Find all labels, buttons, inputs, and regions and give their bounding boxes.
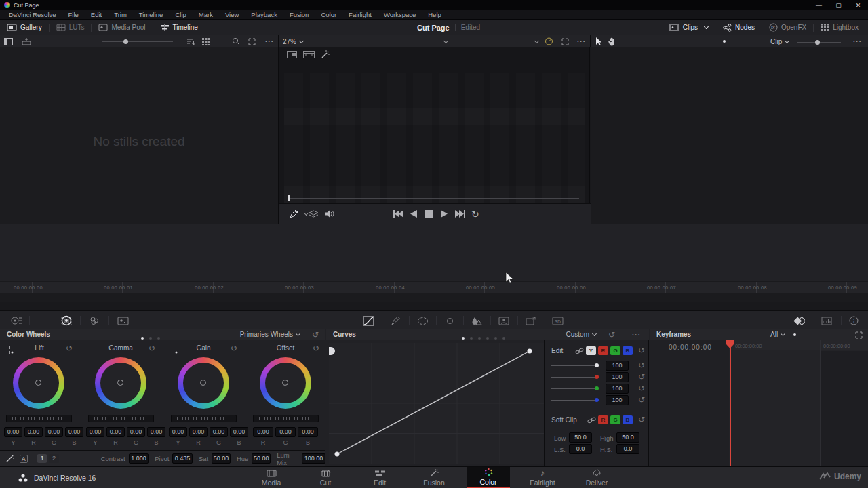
eyedropper-options-icon[interactable] xyxy=(304,211,309,216)
grab-still-eyedropper-icon[interactable] xyxy=(290,209,298,218)
menu-playback[interactable]: Playback xyxy=(245,11,283,18)
sat-value[interactable]: 50.00 xyxy=(212,453,231,464)
gain-g-value[interactable]: 0.00 xyxy=(210,427,228,437)
luts-toggle-button[interactable]: LUTs xyxy=(50,20,92,35)
menu-color[interactable]: Color xyxy=(315,11,342,18)
gamma-g-value[interactable]: 0.00 xyxy=(127,427,145,437)
clips-toggle-button[interactable]: Clips xyxy=(662,20,715,35)
curve-channel-b-button[interactable]: B xyxy=(623,346,633,355)
g-curve-value[interactable]: 100 xyxy=(606,384,629,394)
y-curve-slider[interactable] xyxy=(551,365,595,366)
soft-clip-hs-value[interactable]: 0.0 xyxy=(616,444,639,454)
gallery-zoom-slider[interactable] xyxy=(102,41,173,42)
viewer-mode-gallery-icon[interactable] xyxy=(287,51,297,58)
soft-clip-b-button[interactable]: B xyxy=(623,415,633,424)
node-graph-panel[interactable] xyxy=(591,47,868,224)
stereo-3d-icon[interactable]: 3D xyxy=(551,314,564,327)
offset-g-value[interactable]: 0.00 xyxy=(275,427,296,437)
skip-end-icon[interactable] xyxy=(455,210,466,218)
gain-wheel[interactable] xyxy=(178,357,229,409)
r-curve-slider[interactable] xyxy=(551,377,595,378)
page-tab-media[interactable]: Media xyxy=(250,467,293,488)
scopes-icon[interactable] xyxy=(821,314,833,327)
soft-clip-r-button[interactable]: R xyxy=(598,415,608,424)
page-tab-fairlight[interactable]: ♪ Fairlight xyxy=(521,467,564,488)
curve-channel-r-button[interactable]: R xyxy=(598,346,608,355)
mini-timeline[interactable]: 00:00:00:00 00:00:00:01 00:00:00:02 00:0… xyxy=(0,224,868,302)
color-match-frame-icon[interactable] xyxy=(34,314,46,327)
tracker-icon[interactable] xyxy=(443,314,456,327)
page-tab-color[interactable]: Color xyxy=(467,467,510,488)
offset-wheel[interactable] xyxy=(260,357,311,409)
gallery-panel-icon[interactable] xyxy=(4,38,13,45)
skip-start-icon[interactable] xyxy=(393,210,403,218)
gain-b-value[interactable]: 0.00 xyxy=(230,427,248,437)
power-window-icon[interactable] xyxy=(416,314,429,327)
enhance-wand-icon[interactable] xyxy=(321,50,330,59)
soft-clip-g-button[interactable]: G xyxy=(610,415,620,424)
offset-b-value[interactable]: 0.00 xyxy=(298,427,318,437)
menu-fusion[interactable]: Fusion xyxy=(283,11,315,18)
keyframes-playhead-line[interactable] xyxy=(730,340,731,466)
info-icon[interactable]: i xyxy=(848,314,860,327)
key-icon[interactable] xyxy=(498,314,510,327)
gain-y-value[interactable]: 0.00 xyxy=(169,427,187,437)
menu-file[interactable]: File xyxy=(62,11,85,18)
soft-clip-high-value[interactable]: 50.0 xyxy=(616,432,639,443)
node-zoom-slider[interactable] xyxy=(797,42,841,43)
maximize-button[interactable]: ▢ xyxy=(829,0,848,10)
timeline-toggle-button[interactable]: Timeline xyxy=(153,20,205,35)
curve-channel-g-button[interactable]: G xyxy=(610,346,620,355)
auto-wand-icon[interactable] xyxy=(5,454,14,463)
viewer-option-dropdown-icon[interactable] xyxy=(534,39,539,43)
qualifier-icon[interactable] xyxy=(390,314,402,327)
page-tab-edit[interactable]: Edit xyxy=(358,467,401,488)
keyframes-filter-dropdown[interactable]: All xyxy=(770,331,785,338)
color-wheels-icon[interactable] xyxy=(60,314,73,327)
page-tab-fusion[interactable]: Fusion xyxy=(412,467,456,488)
gamma-reset-icon[interactable]: ↺ xyxy=(149,344,155,352)
menu-timeline[interactable]: Timeline xyxy=(133,11,170,18)
b-curve-reset-icon[interactable]: ↺ xyxy=(638,396,645,404)
timeline-select-dropdown-icon[interactable] xyxy=(443,39,448,43)
wipe-modes-icon[interactable] xyxy=(309,210,319,218)
lift-master-wheel[interactable] xyxy=(6,415,72,422)
lift-reset-icon[interactable]: ↺ xyxy=(66,344,73,352)
viewer-scrubber[interactable] xyxy=(289,198,579,199)
lift-wheel[interactable] xyxy=(13,357,64,409)
lift-g-value[interactable]: 0.00 xyxy=(45,427,63,437)
gallery-toggle-button[interactable]: Gallery xyxy=(0,20,49,35)
blur-icon[interactable] xyxy=(471,314,483,327)
nodes-toggle-button[interactable]: Nodes xyxy=(715,20,762,35)
rgb-mixer-icon[interactable] xyxy=(88,314,100,327)
soft-clip-link-icon[interactable] xyxy=(587,416,596,424)
menu-mark[interactable]: Mark xyxy=(193,11,219,18)
lightbox-toggle-button[interactable]: Lightbox xyxy=(814,20,865,35)
speaker-icon[interactable] xyxy=(325,209,334,218)
offset-r-value[interactable]: 0.00 xyxy=(253,427,273,437)
curves-edit-reset-icon[interactable]: ↺ xyxy=(638,346,645,354)
gamma-y-value[interactable]: 0.00 xyxy=(86,427,104,437)
r-curve-reset-icon[interactable]: ↺ xyxy=(638,373,645,381)
wheels-page-1-button[interactable]: 1 xyxy=(37,454,47,463)
nodepane-more-icon[interactable]: ··· xyxy=(853,38,862,45)
still-album-icon[interactable] xyxy=(22,38,31,45)
stop-icon[interactable] xyxy=(425,210,433,218)
menu-fairlight[interactable]: Fairlight xyxy=(342,11,378,18)
contrast-value[interactable]: 1.000 xyxy=(129,453,149,464)
pivot-value[interactable]: 0.435 xyxy=(172,453,193,464)
wheels-page-2-button[interactable]: 2 xyxy=(49,454,58,463)
loop-icon[interactable]: ↻ xyxy=(471,209,479,220)
menu-clip[interactable]: Clip xyxy=(169,11,192,18)
list-view-icon[interactable] xyxy=(215,38,223,45)
sort-icon[interactable] xyxy=(186,38,195,45)
keyframes-expand-icon[interactable] xyxy=(855,331,863,339)
gallery-more-icon[interactable]: ··· xyxy=(265,38,274,45)
page-tab-cut[interactable]: Cut xyxy=(304,467,347,488)
wheels-reset-icon[interactable]: ↺ xyxy=(312,331,319,339)
hand-tool-icon[interactable] xyxy=(608,37,616,46)
menu-view[interactable]: View xyxy=(219,11,245,18)
keyframes-palette-icon[interactable] xyxy=(793,314,805,327)
curves-icon[interactable] xyxy=(362,314,374,327)
grid-view-icon[interactable] xyxy=(202,38,210,45)
